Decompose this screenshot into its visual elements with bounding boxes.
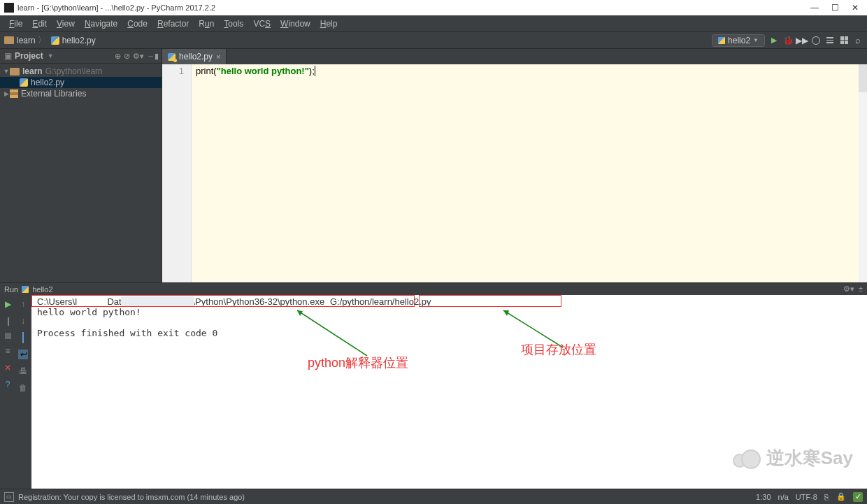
lock-icon[interactable]: 🔒: [836, 492, 846, 501]
rerun-button[interactable]: ▶▶: [797, 36, 807, 45]
tree-expand-icon[interactable]: ▼: [3, 68, 10, 75]
cursor-position: 1:30: [756, 493, 771, 501]
minimize-panel-icon[interactable]: ±: [859, 285, 863, 294]
menu-refactor[interactable]: Refactor: [152, 17, 194, 30]
menu-vcs[interactable]: VCS: [248, 17, 275, 30]
editor-tabs: hello2.py ×: [162, 49, 867, 64]
run-button[interactable]: ▶: [769, 36, 779, 45]
run-config-selector[interactable]: hello2 ▼: [712, 34, 765, 47]
debug-button[interactable]: 🐞: [783, 36, 793, 45]
event-badge[interactable]: ✓: [853, 492, 863, 502]
insert-mode-icon[interactable]: ⎘: [824, 493, 829, 501]
gear-icon[interactable]: ⚙▾: [843, 285, 854, 294]
menu-window[interactable]: Window: [275, 17, 315, 30]
rerun-button[interactable]: ▶: [5, 299, 11, 309]
minimize-button[interactable]: —: [810, 3, 819, 13]
menu-run[interactable]: Run: [194, 17, 219, 30]
toolbar-right: hello2 ▼ ▶ 🐞 ▶▶ ⌕: [712, 34, 863, 47]
menu-view[interactable]: View: [52, 17, 80, 30]
maximize-button[interactable]: ☐: [831, 3, 839, 13]
watermark: 逆水寒Say: [733, 446, 853, 470]
target-icon[interactable]: ⊘: [124, 52, 130, 61]
console-line-out: hello world python!: [37, 307, 861, 317]
project-tree: ▼ learn G:\python\learn hello2.py ▶ Exte…: [0, 64, 162, 101]
line-gutter: 1: [162, 64, 192, 282]
dump-button[interactable]: ≡: [5, 346, 10, 356]
close-button[interactable]: ✕: [852, 3, 859, 13]
menu-file[interactable]: File: [4, 17, 27, 30]
up-trace-icon[interactable]: ↑: [21, 299, 25, 309]
console-line-exit: Process finished with exit code 0: [37, 328, 861, 338]
close-run-icon[interactable]: ✕: [4, 363, 11, 373]
tree-ext-libs[interactable]: ▶ External Libraries: [0, 88, 162, 99]
down-trace-icon[interactable]: ↓: [21, 316, 25, 326]
main-split: ▣ Project ▼ ⊕ ⊘ ⚙▾ →▮ ▼ learn G:\python\…: [0, 49, 867, 282]
dropdown-icon: ▼: [753, 37, 759, 43]
editor-area: hello2.py × 1 print("hello world python!…: [162, 49, 867, 282]
library-icon: [10, 89, 18, 98]
python-icon: [22, 286, 29, 293]
run-panel-header: Run hello2 ⚙▾ ±: [0, 282, 867, 295]
event-log-icon[interactable]: ▭: [4, 492, 14, 502]
project-header: ▣ Project ▼ ⊕ ⊘ ⚙▾ →▮: [0, 49, 162, 64]
run-toolbar: ▶ || ≡ ✕ ? ↑ ↓ ↩ 🖶 🗑: [0, 295, 31, 493]
structure-icon[interactable]: [825, 36, 835, 45]
print-icon[interactable]: 🖶: [19, 366, 27, 376]
tree-file[interactable]: hello2.py: [0, 77, 162, 88]
filter-icon[interactable]: [22, 333, 24, 343]
watermark-icon: [733, 447, 761, 470]
tree-root-path: G:\python\learn: [45, 66, 103, 76]
encoding[interactable]: UTF-8: [796, 493, 817, 501]
softwrap-icon[interactable]: ↩: [18, 350, 28, 359]
tree-ext-label: External Libraries: [21, 89, 86, 99]
tab-label: hello2.py: [179, 52, 213, 62]
window-titlebar: learn - [G:\python\learn] - ...\hello2.p…: [0, 0, 867, 15]
window-controls: — ☐ ✕: [802, 0, 867, 15]
menu-edit[interactable]: Edit: [27, 17, 52, 30]
tree-root-name: learn: [22, 66, 43, 76]
hide-icon[interactable]: →▮: [147, 52, 159, 61]
project-tools: ⊕ ⊘ ⚙▾ →▮: [115, 52, 159, 61]
breadcrumb-separator: 〉: [38, 34, 46, 46]
run-label: Run: [4, 285, 18, 294]
editor-tab[interactable]: hello2.py ×: [162, 49, 227, 64]
chevron-down-icon[interactable]: ▼: [48, 52, 54, 59]
project-title: Project: [15, 51, 43, 61]
menu-code[interactable]: Code: [122, 17, 152, 30]
code-content[interactable]: print("hello world python!");: [192, 64, 867, 282]
breadcrumb-file[interactable]: hello2.py: [62, 36, 96, 45]
menubar: File Edit View Navigate Code Refactor Ru…: [0, 15, 867, 32]
tree-root[interactable]: ▼ learn G:\python\learn: [0, 66, 162, 77]
pause-button[interactable]: ||: [7, 316, 8, 326]
code-editor[interactable]: 1 print("hello world python!"); ⎯: [162, 64, 867, 282]
menu-tools[interactable]: Tools: [219, 17, 248, 30]
collapse-icon[interactable]: ⊕: [115, 52, 121, 61]
context-info: n/a: [778, 493, 789, 501]
annotation-box-project: [419, 295, 561, 307]
modified-dot-icon: [173, 59, 177, 62]
grid-icon[interactable]: [839, 36, 849, 45]
search-icon[interactable]: ⌕: [853, 36, 863, 45]
editor-scrollbar[interactable]: [859, 64, 867, 282]
python-icon: [718, 37, 725, 44]
project-sidebar: ▣ Project ▼ ⊕ ⊘ ⚙▾ →▮ ▼ learn G:\python\…: [0, 49, 162, 282]
globe-icon[interactable]: [811, 36, 821, 45]
gear-icon[interactable]: ⚙▾: [133, 52, 144, 61]
close-tab-icon[interactable]: ×: [216, 52, 220, 61]
tree-expand-icon[interactable]: ▶: [3, 90, 10, 97]
annotation-label-project: 项目存放位置: [521, 341, 596, 358]
line-number: 1: [179, 66, 184, 76]
run-config-label: hello2: [32, 285, 52, 294]
status-message: Registration: Your copy is licensed to i…: [18, 493, 245, 501]
help-icon[interactable]: ?: [6, 380, 10, 389]
stop-button[interactable]: [5, 333, 11, 339]
python-file-icon: [20, 78, 28, 87]
menu-help[interactable]: Help: [315, 17, 343, 30]
svg-line-0: [297, 310, 367, 356]
clear-icon[interactable]: 🗑: [19, 383, 27, 393]
statusbar: ▭ Registration: Your copy is licensed to…: [0, 489, 867, 504]
app-icon: [4, 3, 14, 13]
python-file-icon: [168, 53, 175, 61]
menu-navigate[interactable]: Navigate: [80, 17, 122, 30]
breadcrumb-folder[interactable]: learn: [17, 36, 36, 45]
